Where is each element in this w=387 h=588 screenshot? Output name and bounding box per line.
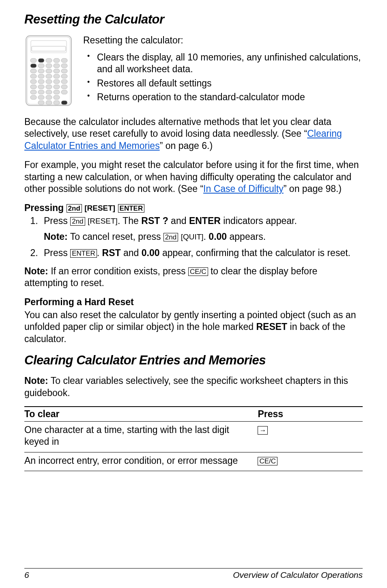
svg-rect-9 xyxy=(30,64,37,68)
body-text: For example, you might reset the calcula… xyxy=(24,159,363,195)
note-label: Note: xyxy=(24,266,48,276)
svg-rect-12 xyxy=(54,64,60,68)
table-row: An incorrect entry, error condition, or … xyxy=(24,452,363,471)
value-zero: 0.00 xyxy=(209,231,227,242)
heading-clearing: Clearing Calculator Entries and Memories xyxy=(24,353,363,368)
intro-row: Resetting the calculator: Clears the dis… xyxy=(24,34,363,107)
svg-rect-26 xyxy=(46,80,52,84)
table-header-toclear: To clear xyxy=(24,407,258,422)
svg-rect-21 xyxy=(46,74,52,78)
key-2nd: 2nd xyxy=(163,233,178,241)
svg-rect-27 xyxy=(54,80,60,84)
svg-rect-34 xyxy=(30,90,37,94)
footer-title: Overview of Calculator Operations xyxy=(233,570,363,580)
key-enter: ENTER xyxy=(118,204,145,213)
bullet-item: Clears the display, all 10 memories, any… xyxy=(97,52,363,75)
svg-rect-16 xyxy=(46,69,52,73)
svg-rect-41 xyxy=(46,95,52,99)
subheading-pressing: Pressing 2nd [RESET] ENTER xyxy=(24,202,363,213)
svg-rect-15 xyxy=(38,69,44,73)
svg-rect-40 xyxy=(38,95,44,99)
svg-rect-20 xyxy=(38,74,44,78)
key-reset-fn: [RESET] xyxy=(84,204,115,212)
link-difficulty[interactable]: In Case of Difficulty xyxy=(203,183,284,194)
svg-rect-25 xyxy=(38,80,44,84)
table-row: One character at a time, starting with t… xyxy=(24,422,363,452)
svg-rect-22 xyxy=(54,74,60,78)
indicator-rst: RST ? xyxy=(141,215,168,226)
note-label: Note: xyxy=(44,231,68,242)
svg-rect-5 xyxy=(38,58,44,62)
clear-table: To clear Press One character at a time, … xyxy=(24,406,363,471)
svg-rect-11 xyxy=(46,64,52,68)
svg-rect-19 xyxy=(30,74,37,78)
svg-rect-31 xyxy=(46,85,52,89)
body-text: You can also reset the calculator by gen… xyxy=(24,309,363,345)
svg-rect-43 xyxy=(38,101,44,105)
svg-rect-3 xyxy=(32,46,66,51)
table-header-press: Press xyxy=(258,407,363,422)
heading-reset: Resetting the Calculator xyxy=(24,12,363,27)
svg-rect-46 xyxy=(61,101,67,105)
step-item: Press ENTER. RST and 0.00 appear, confir… xyxy=(41,247,363,259)
page-number: 6 xyxy=(24,570,29,580)
svg-rect-17 xyxy=(54,69,60,73)
svg-rect-7 xyxy=(54,58,60,62)
svg-rect-18 xyxy=(61,69,67,73)
svg-rect-23 xyxy=(61,74,67,78)
intro-line: Resetting the calculator: xyxy=(83,35,363,46)
bullet-item: Returns operation to the standard-calcul… xyxy=(97,91,363,103)
note-label: Note: xyxy=(24,375,48,386)
svg-rect-35 xyxy=(38,90,44,94)
subheading-hard-reset: Performing a Hard Reset xyxy=(24,297,363,308)
svg-rect-6 xyxy=(46,58,52,62)
svg-rect-14 xyxy=(30,69,37,73)
svg-rect-24 xyxy=(30,80,37,84)
svg-rect-45 xyxy=(54,101,60,105)
key-reset-fn: [RESET] xyxy=(88,217,118,225)
key-2nd: 2nd xyxy=(67,204,82,213)
key-arrow: → xyxy=(258,426,268,435)
svg-rect-29 xyxy=(30,85,37,89)
svg-rect-44 xyxy=(46,101,52,105)
svg-rect-13 xyxy=(61,64,67,68)
svg-rect-42 xyxy=(54,95,60,99)
svg-rect-39 xyxy=(30,95,37,99)
body-text: Because the calculator includes alternat… xyxy=(24,116,363,152)
label-reset: RESET xyxy=(256,321,287,332)
key-2nd: 2nd xyxy=(70,217,85,226)
svg-rect-36 xyxy=(46,90,52,94)
step-item: Press 2nd [RESET]. The RST ? and ENTER i… xyxy=(41,215,363,243)
svg-rect-4 xyxy=(30,58,37,62)
calculator-illustration xyxy=(24,34,73,107)
value-zero: 0.00 xyxy=(142,248,160,258)
table-cell: CE/C xyxy=(258,452,363,471)
table-cell: An incorrect entry, error condition, or … xyxy=(24,452,258,471)
key-enter: ENTER xyxy=(70,249,97,258)
svg-rect-32 xyxy=(54,85,60,89)
svg-rect-33 xyxy=(61,85,67,89)
bullet-item: Restores all default settings xyxy=(97,78,363,89)
indicator-enter: ENTER xyxy=(189,215,221,226)
table-cell: One character at a time, starting with t… xyxy=(24,422,258,452)
svg-rect-37 xyxy=(54,90,60,94)
svg-rect-28 xyxy=(61,80,67,84)
svg-rect-38 xyxy=(61,90,67,94)
page-footer: 6 Overview of Calculator Operations xyxy=(24,568,363,580)
key-cec: CE/C xyxy=(258,457,277,465)
svg-rect-10 xyxy=(38,64,44,68)
key-cec: CE/C xyxy=(188,267,208,276)
body-text: Note: To clear variables selectively, se… xyxy=(24,375,363,399)
indicator-rst2: RST xyxy=(102,248,121,258)
table-cell: → xyxy=(258,422,363,452)
key-quit-fn: [QUIT] xyxy=(181,233,204,241)
svg-rect-8 xyxy=(61,58,67,62)
body-text: Note: If an error condition exists, pres… xyxy=(24,265,363,289)
svg-rect-30 xyxy=(38,85,44,89)
